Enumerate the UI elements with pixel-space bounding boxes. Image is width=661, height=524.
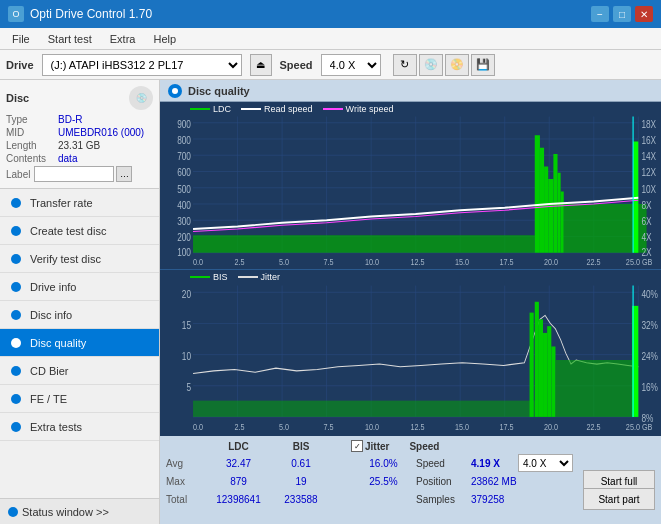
cd-bier-icon [8,363,24,379]
menu-bar: File Start test Extra Help [0,28,661,50]
speed-select-stats[interactable]: 4.0 X [518,454,573,472]
svg-text:800: 800 [177,135,191,146]
svg-rect-26 [558,173,561,253]
nav-label-disc-info: Disc info [30,309,72,321]
svg-text:2.5: 2.5 [234,421,244,432]
svg-text:15.0: 15.0 [455,258,470,267]
max-jitter: 25.5% [351,476,416,487]
sidebar-item-fe-te[interactable]: FE / TE [0,385,159,413]
jitter-check: ✓ Jitter [351,440,389,452]
sidebar-item-disc-quality[interactable]: Disc quality [0,329,159,357]
ldc-header: LDC [206,441,271,452]
eject-button[interactable]: ⏏ [250,54,272,76]
nav-label-verify-test-disc: Verify test disc [30,253,101,265]
save-button[interactable]: 💾 [471,54,495,76]
svg-text:900: 900 [177,119,191,130]
status-window-nav[interactable]: Status window >> [0,498,159,524]
close-button[interactable]: ✕ [635,6,653,22]
upper-chart-legend: LDC Read speed Write speed [190,104,393,114]
svg-text:600: 600 [177,168,191,179]
svg-text:16X: 16X [641,135,656,146]
title-controls: − □ ✕ [591,6,653,22]
svg-text:700: 700 [177,152,191,163]
lower-chart: BIS Jitter [160,270,661,437]
stats-bar: LDC BIS ✓ Jitter Speed Avg 32.47 0.61 16… [160,436,661,524]
disc-label: Disc [6,92,29,104]
svg-text:20.0: 20.0 [544,258,559,267]
sidebar: Disc 💿 Type BD-R MID UMEBDR016 (000) Len… [0,80,160,524]
speed-val-label: Speed [416,458,471,469]
svg-text:400: 400 [177,200,191,211]
menu-extra[interactable]: Extra [102,31,144,47]
svg-rect-20 [193,235,535,253]
disc-button[interactable]: 💿 [419,54,443,76]
avg-label: Avg [166,458,206,469]
disc-length-row: Length 23.31 GB [6,140,153,151]
max-ldc: 879 [206,476,271,487]
svg-text:12X: 12X [641,168,656,179]
total-ldc: 12398641 [206,494,271,505]
minimize-button[interactable]: − [591,6,609,22]
disc-length-label: Length [6,140,58,151]
svg-text:15.0: 15.0 [455,421,469,432]
nav-label-create-test-disc: Create test disc [30,225,106,237]
svg-text:32%: 32% [641,318,658,330]
svg-text:10: 10 [182,349,191,361]
svg-text:7.5: 7.5 [324,258,335,267]
menu-starttest[interactable]: Start test [40,31,100,47]
title-bar: O Opti Drive Control 1.70 − □ ✕ [0,0,661,28]
nav-label-drive-info: Drive info [30,281,76,293]
svg-text:200: 200 [177,233,191,244]
svg-text:10X: 10X [641,184,656,195]
main-area: Disc 💿 Type BD-R MID UMEBDR016 (000) Len… [0,80,661,524]
verify-test-disc-icon [8,251,24,267]
disc-contents-label: Contents [6,153,58,164]
disc2-button[interactable]: 📀 [445,54,469,76]
svg-rect-78 [535,301,539,416]
nav-label-transfer-rate: Transfer rate [30,197,93,209]
status-window-label: Status window >> [22,506,109,518]
sidebar-item-extra-tests[interactable]: Extra tests [0,413,159,441]
upper-chart: LDC Read speed Write speed [160,102,661,270]
disc-mid-row: MID UMEBDR016 (000) [6,127,153,138]
svg-rect-23 [544,167,548,253]
svg-text:16%: 16% [641,381,658,393]
maximize-button[interactable]: □ [613,6,631,22]
max-label: Max [166,476,206,487]
legend-bis: BIS [190,272,228,282]
jitter-checkbox[interactable]: ✓ [351,440,363,452]
sidebar-item-transfer-rate[interactable]: Transfer rate [0,189,159,217]
sidebar-item-disc-info[interactable]: Disc info [0,301,159,329]
disc-contents-row: Contents data [6,153,153,164]
sidebar-item-verify-test-disc[interactable]: Verify test disc [0,245,159,273]
refresh-button[interactable]: ↻ [393,54,417,76]
drive-info-icon [8,279,24,295]
svg-text:20: 20 [182,287,191,299]
svg-text:0.0: 0.0 [193,421,203,432]
svg-rect-27 [561,192,564,253]
menu-file[interactable]: File [4,31,38,47]
sidebar-item-cd-bier[interactable]: CD Bier [0,357,159,385]
avg-jitter: 16.0% [351,458,416,469]
speed-col-header: Speed [409,441,439,452]
lower-chart-legend: BIS Jitter [190,272,280,282]
position-value: 23862 MB [471,476,517,487]
position-label: Position [416,476,471,487]
charts-area: LDC Read speed Write speed [160,102,661,436]
disc-type-label: Type [6,114,58,125]
svg-text:25.0 GB: 25.0 GB [626,421,653,432]
sidebar-item-create-test-disc[interactable]: Create test disc [0,217,159,245]
menu-help[interactable]: Help [145,31,184,47]
label-browse-button[interactable]: … [116,166,132,182]
disc-contents-value: data [58,153,77,164]
sidebar-item-drive-info[interactable]: Drive info [0,273,159,301]
start-part-button[interactable]: Start part [583,488,655,510]
speed-select[interactable]: 4.0 X [321,54,381,76]
drive-select[interactable]: (J:) ATAPI iHBS312 2 PL17 [42,54,242,76]
svg-text:100: 100 [177,248,191,259]
label-input[interactable] [34,166,114,182]
legend-read-speed: Read speed [241,104,313,114]
legend-jitter: Jitter [238,272,281,282]
disc-info-panel: Disc 💿 Type BD-R MID UMEBDR016 (000) Len… [0,80,159,189]
drive-bar: Drive (J:) ATAPI iHBS312 2 PL17 ⏏ Speed … [0,50,661,80]
